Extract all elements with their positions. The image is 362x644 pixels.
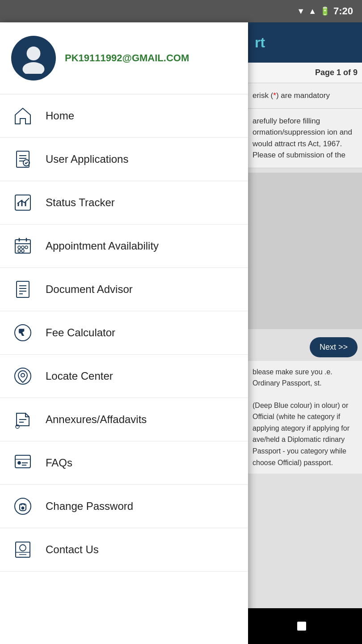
sidebar-item-status-tracker[interactable]: Status Tracker — [0, 181, 248, 225]
svg-point-0 — [27, 47, 41, 60]
bottom-text-1: blease make sure you .e. Ordinary Passpo… — [248, 361, 362, 394]
svg-point-16 — [21, 246, 24, 249]
status-tracker-icon — [11, 191, 34, 214]
document-advisor-icon — [11, 278, 34, 301]
signal-icon: ▲ — [308, 7, 316, 16]
svg-point-34 — [18, 462, 21, 464]
sidebar-item-document-advisor[interactable]: Document Advisor — [0, 268, 248, 311]
wifi-icon: ▼ — [297, 7, 305, 16]
battery-icon: 🔋 — [320, 6, 330, 16]
locate-center-label: Locate Center — [46, 370, 113, 382]
recents-button[interactable] — [288, 613, 315, 640]
svg-rect-45 — [297, 622, 306, 631]
faqs-label: FAQs — [46, 457, 72, 469]
next-button[interactable]: Next >> — [310, 337, 358, 357]
content-gray-area — [248, 173, 362, 329]
fee-calculator-label: Fee Calculator — [46, 326, 115, 339]
svg-rect-20 — [17, 281, 29, 297]
right-content: rt Page 1 of 9 erisk (*) are mandatory a… — [248, 22, 362, 644]
contact-us-label: Contact Us — [46, 543, 99, 556]
sidebar-item-user-applications[interactable]: User Applications — [0, 138, 248, 181]
svg-point-18 — [18, 250, 21, 252]
svg-point-17 — [25, 246, 28, 249]
right-header-text: rt — [255, 34, 265, 51]
page-indicator: Page 1 of 9 — [248, 63, 362, 83]
svg-text:₹: ₹ — [19, 328, 24, 337]
user-applications-icon — [11, 148, 34, 171]
user-avatar-icon — [18, 42, 49, 74]
svg-rect-32 — [15, 455, 30, 468]
annexures-label: Annexures/Affadavits — [46, 413, 147, 426]
svg-rect-2 — [17, 151, 29, 167]
main-content: rt Page 1 of 9 erisk (*) are mandatory a… — [0, 22, 362, 644]
sidebar-item-contact-us[interactable]: Contact Us — [0, 528, 248, 572]
bottom-text-2: (Deep Blue colour) in olour) or Official… — [248, 394, 362, 474]
document-advisor-label: Document Advisor — [46, 283, 133, 296]
mandatory-notice: erisk (*) are mandatory — [248, 83, 362, 109]
svg-point-15 — [18, 246, 21, 249]
sidebar-item-faqs[interactable]: FAQs — [0, 441, 248, 485]
user-applications-label: User Applications — [46, 153, 128, 165]
svg-rect-39 — [16, 542, 30, 557]
svg-point-38 — [22, 507, 24, 509]
svg-point-28 — [21, 373, 25, 377]
fee-calculator-icon: ₹ — [11, 321, 34, 344]
annexures-icon — [11, 408, 34, 431]
svg-point-37 — [15, 498, 31, 514]
appointment-label: Appointment Availability — [46, 240, 159, 252]
sidebar-item-home[interactable]: Home — [0, 94, 248, 138]
status-time: 7:20 — [333, 5, 353, 17]
change-password-label: Change Password — [46, 500, 133, 513]
svg-point-40 — [20, 545, 26, 551]
svg-rect-11 — [15, 240, 30, 253]
sidebar-item-appointment-availability[interactable]: Appointment Availability — [0, 225, 248, 268]
navigation-drawer: PK19111992@GMAIL.COM Home — [0, 22, 248, 644]
sidebar-item-fee-calculator[interactable]: ₹ Fee Calculator — [0, 311, 248, 355]
status-icons: ▼ ▲ 🔋 7:20 — [297, 5, 353, 17]
next-button-container: Next >> — [248, 334, 362, 361]
right-header: rt — [248, 22, 362, 63]
status-tracker-label: Status Tracker — [46, 196, 115, 209]
instructions-text: arefully before filling ormation/suppres… — [248, 109, 362, 168]
sidebar-item-change-password[interactable]: Change Password — [0, 485, 248, 528]
svg-rect-7 — [15, 195, 30, 210]
home-icon — [11, 104, 34, 127]
locate-center-icon — [11, 364, 34, 388]
home-label: Home — [46, 110, 74, 122]
drawer-header: PK19111992@GMAIL.COM — [0, 22, 248, 94]
sidebar-item-locate-center[interactable]: Locate Center — [0, 355, 248, 398]
avatar — [11, 36, 56, 80]
mandatory-text: erisk (*) are mandatory — [253, 91, 330, 100]
svg-point-1 — [23, 62, 45, 74]
sidebar-item-annexures[interactable]: Annexures/Affadavits — [0, 398, 248, 441]
svg-point-19 — [21, 250, 24, 252]
status-bar: ▼ ▲ 🔋 7:20 — [0, 0, 362, 22]
appointment-icon — [11, 234, 34, 258]
user-email: PK19111992@GMAIL.COM — [65, 52, 189, 64]
faqs-icon — [11, 451, 34, 475]
change-password-icon — [11, 495, 34, 518]
contact-us-icon — [11, 538, 34, 561]
